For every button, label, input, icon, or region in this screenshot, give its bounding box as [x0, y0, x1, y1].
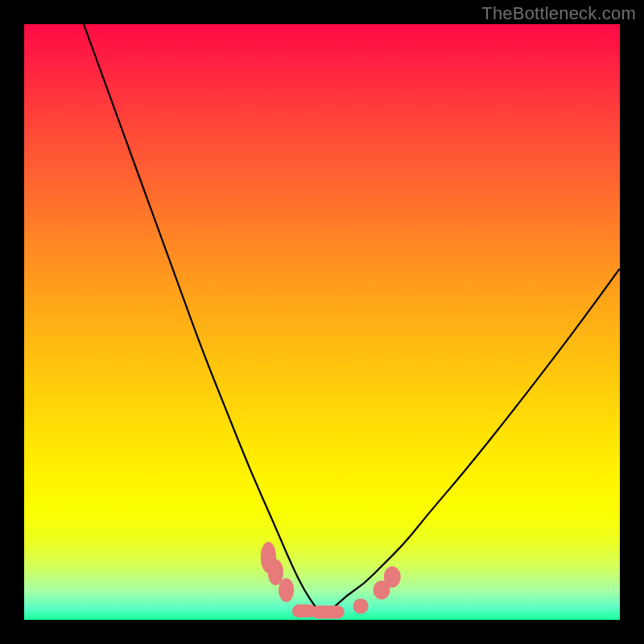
chart-frame: TheBottleneck.com [0, 0, 644, 644]
curve-left-curve [84, 24, 322, 614]
curves-svg [24, 24, 620, 620]
plot-area [24, 24, 620, 620]
marker-1 [268, 559, 283, 586]
attribution-label: TheBottleneck.com [481, 3, 636, 24]
marker-7 [384, 566, 401, 588]
marker-5 [353, 598, 369, 613]
curve-right-curve [322, 268, 620, 613]
marker-4 [312, 605, 345, 618]
marker-2 [279, 578, 294, 602]
